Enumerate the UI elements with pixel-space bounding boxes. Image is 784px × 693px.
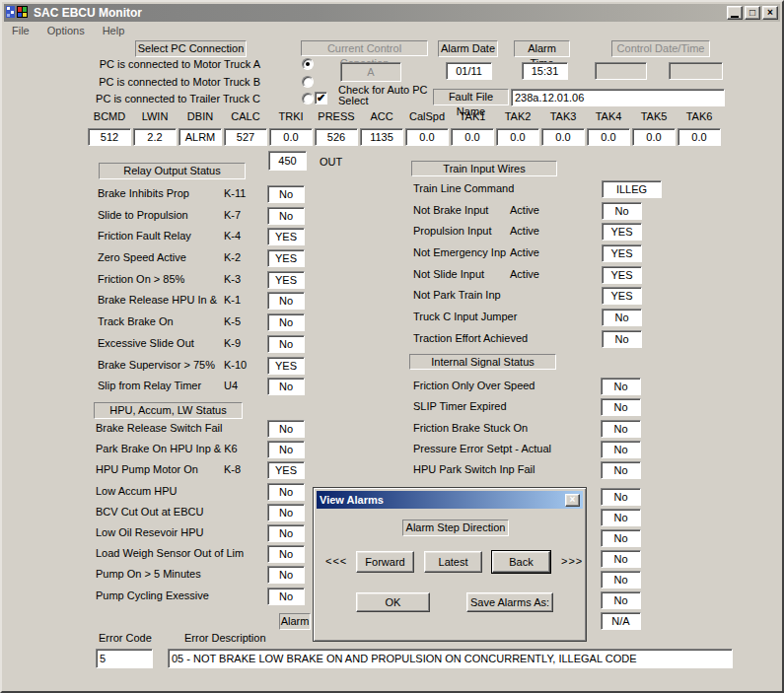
ok-button[interactable]: OK [356,592,430,612]
hidden-row-value[interactable]: No [601,571,641,589]
train-row-label: Not Slide Input [413,268,484,280]
signal-column-value[interactable]: 0.0 [405,128,449,146]
hpu-row: Load Weigh Sensor Out of Lim No [96,544,307,564]
menu-help[interactable]: Help [103,25,125,36]
minimize-icon [731,16,739,18]
signal-column-value[interactable]: 0.0 [269,128,313,146]
internal-row-value[interactable]: No [601,441,641,458]
signal-column-value[interactable]: 0.0 [451,128,494,146]
signal-column-value[interactable]: 0.0 [587,128,630,146]
internal-row-value[interactable]: No [601,461,641,479]
train-row-value[interactable]: YES [602,287,642,305]
internal-row-value[interactable]: No [601,420,641,438]
internal-row-value[interactable]: No [601,378,641,395]
train-row: Propulsion Input Active YES [413,223,645,241]
hpu-status-title: HPU, Accum, LW Status [94,402,243,419]
relay-row-value[interactable]: No [267,335,305,353]
signal-column-value[interactable]: 1135 [360,128,403,146]
train-row-value[interactable]: YES [602,244,642,262]
signal-column-header: TAK4 [596,110,622,123]
relay-rows: Brake Inhibits Prop K-11 No Slide to Pro… [98,184,307,396]
internal-row-label: Friction Only Over Speed [413,380,535,391]
train-row-value[interactable]: YES [602,266,642,284]
pc-radio[interactable] [302,58,314,70]
forward-button[interactable]: Forward [356,551,414,573]
relay-row-value[interactable]: YES [267,357,305,375]
hidden-row-value[interactable]: No [601,488,641,506]
close-button[interactable]: × [762,6,778,20]
relay-row: Zero Speed Active K-2 YES [98,248,307,268]
relay-row-value[interactable]: No [267,207,305,225]
error-description-field[interactable]: 05 - NOT BRAKE LOW BRAKE ON AND PROPULSI… [168,649,733,668]
train-row-value[interactable]: YES [602,223,642,241]
menu-file[interactable]: File [12,25,30,36]
signal-column-value[interactable]: 527 [224,128,267,146]
signal-column-value[interactable]: ALRM [178,128,222,146]
fault-file-name-field[interactable]: 238a.12.01.06 [511,89,725,106]
alarm-time-label: Alarm Time [514,40,570,57]
hidden-row-value[interactable]: No [601,550,641,568]
relay-row-value[interactable]: YES [267,271,305,289]
signal-column-value[interactable]: 0.0 [541,128,585,146]
relay-row: Slip from Relay Timer U4 No [98,377,307,396]
relay-row-value[interactable]: No [267,185,305,203]
pc-radio[interactable] [302,76,314,88]
hidden-row-value[interactable]: No [601,529,641,547]
view-alarms-dialog: View Alarms × Alarm Step Direction <<< F… [313,487,587,642]
out-value-field[interactable]: 450 [268,151,307,171]
signal-column-value[interactable]: 0.0 [496,128,539,146]
hidden-row-value[interactable]: No [601,591,641,609]
relay-row-label: Brake Inhibits Prop [98,187,189,199]
app-icon [6,5,30,21]
signal-column-value[interactable]: 0.0 [677,128,721,146]
hpu-row-value[interactable]: No [267,588,305,605]
signal-column-value[interactable]: 512 [88,128,131,146]
hidden-row-value[interactable]: No [601,509,641,526]
hpu-row-value[interactable]: No [267,545,305,563]
hpu-row-value[interactable]: No [267,504,305,521]
control-time-field [669,62,723,80]
hpu-row-value[interactable]: YES [267,461,305,479]
menu-options[interactable]: Options [47,25,85,36]
alarm-section-title: Alarm [279,613,311,630]
signal-column-value[interactable]: 526 [315,128,358,146]
alarm-time-field[interactable]: 15:31 [522,62,568,80]
relay-row-value[interactable]: No [267,313,305,331]
signal-column-header: DBIN [187,110,213,123]
dialog-close-button[interactable]: × [565,494,580,507]
relay-row-value[interactable]: YES [267,228,305,245]
pc-connection-option: PC is connected to Motor Truck B [95,76,318,89]
auto-pc-checkbox[interactable]: ✔ [315,92,327,104]
alarm-date-field[interactable]: 01/11 [446,62,492,80]
hpu-row-value[interactable]: No [267,483,305,501]
maximize-button[interactable]: □ [745,6,760,20]
error-code-field[interactable]: 5 [96,649,153,668]
hpu-row-value[interactable]: No [267,441,305,458]
signal-column-value[interactable]: 2.2 [133,128,177,146]
hpu-row-value[interactable]: No [267,566,305,584]
hidden-row-value[interactable]: N/A [601,612,641,630]
latest-button[interactable]: Latest [424,551,482,573]
internal-row-value[interactable]: No [601,398,641,416]
back-button[interactable]: Back [492,551,550,573]
minimize-button[interactable] [727,6,743,20]
save-alarms-button[interactable]: Save Alarms As: [466,592,553,612]
pc-radio[interactable] [302,93,314,104]
relay-row-value[interactable]: No [267,292,305,310]
signal-column-header: BCMD [94,110,125,123]
signal-column: TAK6 0.0 [677,110,721,146]
hidden-value-boxes: No No No No No No N/A [601,488,641,630]
train-row-value[interactable]: ILLEG [602,180,662,198]
train-row-value[interactable]: No [602,309,642,326]
internal-row-label: SLIP Timer Expired [413,400,507,412]
relay-row-value[interactable]: No [267,378,305,395]
train-row-value[interactable]: No [602,202,642,220]
signal-column-value[interactable]: 0.0 [632,128,676,146]
relay-row-label: Slide to Propulsion [98,209,188,221]
hpu-row-value[interactable]: No [267,420,305,438]
relay-row-label: Brake Release HPU In & [98,294,217,306]
hpu-row-value[interactable]: No [267,524,305,542]
train-row-value[interactable]: No [602,330,642,348]
signal-column-header: TRKI [278,110,303,123]
relay-row-value[interactable]: YES [267,249,305,267]
